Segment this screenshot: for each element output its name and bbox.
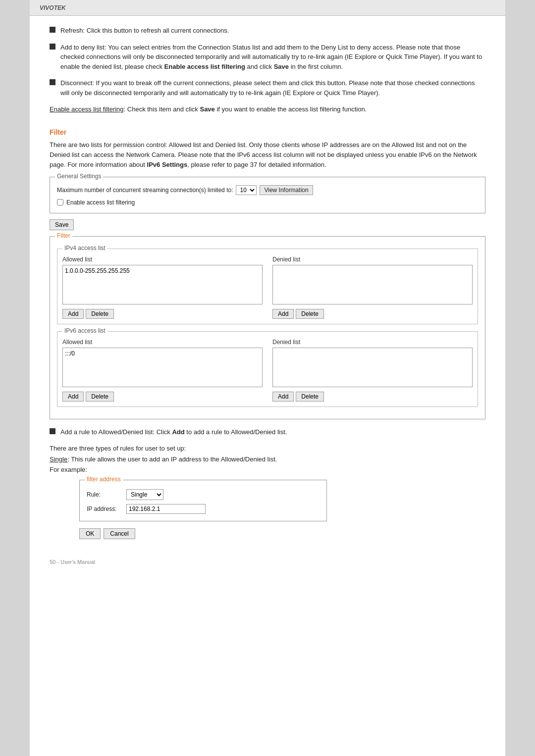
ipv6-denied-delete-button[interactable]: Delete [296,392,324,402]
ip-row: IP address: [87,504,320,514]
brand-logo: VIVOTEK [40,4,66,11]
ok-button[interactable]: OK [79,528,101,539]
bullet-text-add-rule: Add a rule to Allowed/Denied list: Click… [60,427,485,437]
ipv6-allowed-label: Allowed list [62,339,263,346]
types-intro: There are three types of rules for user … [50,444,485,454]
filter-desc-text2: , please refer to page 37 for detailed i… [187,161,326,168]
ipv4-section-title: IPv4 access list [62,245,107,252]
ipv6-allowed-delete-button[interactable]: Delete [86,392,114,402]
enable-access-note: Enable access list filtering: Check this… [50,104,485,114]
single-rule-text: Single: This rule allows the user to add… [50,454,485,464]
ipv6-allowed-textarea[interactable]: :::/0 [62,348,263,387]
filter-box: Filter IPv4 access list Allowed list 1.0… [50,236,485,419]
concurrent-select[interactable]: 10 1234 56789 [236,185,257,195]
ipv6-denied-add-button[interactable]: Add [272,392,294,402]
bullet-icon-refresh [50,27,55,33]
bullet-add-rule: Add a rule to Allowed/Denied list: Click… [50,427,485,437]
ipv4-access-list-section: IPv4 access list Allowed list 1.0.0.0-25… [57,249,478,324]
ipv6-section-title: IPv6 access list [62,327,107,334]
save-button[interactable]: Save [50,219,74,230]
ip-label: IP address: [87,505,126,512]
bullet-add-deny: Add to deny list: You can select entries… [50,43,485,72]
ipv6-access-list-section: IPv6 access list Allowed list :::/0 Add … [57,331,478,407]
view-information-button[interactable]: View Information [260,185,313,195]
add-rule-bold: Add [172,428,184,436]
ipv4-allowed-col: Allowed list 1.0.0.0-255.255.255.255 Add… [62,256,263,319]
footer-text: 50 - User's Manual [50,554,485,565]
bullet-text-refresh: Refresh: Click this button to refresh al… [60,26,485,36]
ipv4-denied-delete-button[interactable]: Delete [296,309,324,319]
ipv4-denied-buttons: Add Delete [272,309,473,319]
ip-input[interactable] [126,504,206,514]
single-rest: : This rule allows the user to add an IP… [67,455,277,463]
ipv4-allowed-buttons: Add Delete [62,309,263,319]
rule-label: Rule: [87,491,126,498]
filter-ipv6-bold: IPv6 Settings [147,161,188,168]
ipv6-allowed-add-button[interactable]: Add [62,392,84,402]
enable-access-colon: : Check this item and click [124,105,200,113]
ipv6-list-columns: Allowed list :::/0 Add Delete Denied lis… [62,339,473,402]
ipv4-allowed-label: Allowed list [62,256,263,263]
header-bar: VIVOTEK [30,0,505,16]
ipv4-denied-col: Denied list Add Delete [272,256,473,319]
ipv6-allowed-col: Allowed list :::/0 Add Delete [62,339,263,402]
single-underline: Single [50,455,67,463]
cancel-button[interactable]: Cancel [104,528,135,539]
bullet-icon-disconnect [50,79,55,85]
action-buttons: OK Cancel [79,528,485,539]
ipv4-allowed-delete-button[interactable]: Delete [86,309,114,319]
ipv6-allowed-buttons: Add Delete [62,392,263,402]
bullet-disconnect: Disconnect: If you want to break off the… [50,78,485,98]
enable-access-label: Enable access list filtering [66,199,135,206]
bullet-icon-add-rule [50,428,55,434]
ipv4-denied-label: Denied list [272,256,473,263]
bullet-text-add-deny: Add to deny list: You can select entries… [60,43,485,72]
enable-access-checkbox[interactable] [57,199,63,205]
ipv6-denied-label: Denied list [272,339,473,346]
enable-access-rest2: if you want to enable the access list fi… [215,105,367,113]
enable-access-save-bold: Save [200,105,214,113]
filter-address-box: filter address Rule: Single Network Rang… [79,480,327,521]
filter-box-title: Filter [55,232,72,239]
enable-checkbox-row: Enable access list filtering [57,199,478,206]
ipv4-allowed-textarea[interactable]: 1.0.0.0-255.255.255.255 [62,265,263,304]
rule-select[interactable]: Single Network Range [126,489,163,500]
filter-address-title: filter address [85,476,123,483]
ipv4-allowed-add-button[interactable]: Add [62,309,84,319]
ipv6-denied-textarea[interactable] [272,348,473,387]
concurrent-label: Maximum number of concurrent streaming c… [57,187,233,194]
general-settings-title: General Settings [55,173,103,180]
ipv4-denied-add-button[interactable]: Add [272,309,294,319]
add-rule-rest: to add a rule to Allowed/Denied list. [185,428,287,436]
rule-row: Rule: Single Network Range [87,489,320,500]
bullet-refresh: Refresh: Click this button to refresh al… [50,26,485,36]
bullet-icon-add-deny [50,44,55,50]
ipv6-denied-buttons: Add Delete [272,392,473,402]
general-settings-box: General Settings Maximum number of concu… [50,177,485,213]
add-rule-text: Add a rule to Allowed/Denied list: Click [60,428,172,436]
ipv4-list-columns: Allowed list 1.0.0.0-255.255.255.255 Add… [62,256,473,319]
bullet-text-disconnect: Disconnect: If you want to break off the… [60,78,485,98]
for-example-text: For example: [50,465,485,475]
filter-description: There are two lists for permission contr… [50,140,485,170]
concurrent-row: Maximum number of concurrent streaming c… [57,185,478,195]
ipv6-denied-col: Denied list Add Delete [272,339,473,402]
enable-access-underline: Enable access list filtering [50,105,124,113]
ipv4-denied-textarea[interactable] [272,265,473,304]
filter-heading: Filter [50,128,485,136]
